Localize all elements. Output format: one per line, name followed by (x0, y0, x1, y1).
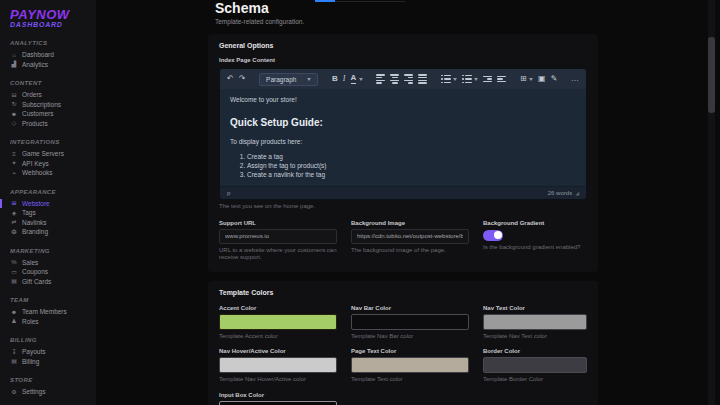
page-text-color-field: Page Text Color Template Text color (351, 348, 469, 384)
align-left-icon[interactable] (376, 74, 385, 83)
sidebar-section-appearance: APPEARANCE (10, 189, 96, 195)
text-color-button[interactable]: A (351, 74, 363, 84)
sidebar-section-analytics: ANALYTICS (10, 40, 96, 46)
sidebar-item-orders[interactable]: ⊟Orders (10, 90, 96, 100)
support-url-input[interactable] (219, 229, 337, 244)
sidebar-item-label: Subscriptions (22, 101, 61, 108)
main-content: Schema Template-related configuration. G… (96, 0, 720, 405)
rich-text-editor: ↶ ↷ Paragraph B I A (219, 68, 587, 200)
more-options-icon[interactable]: … (571, 75, 579, 83)
editor-content[interactable]: Welcome to your store! Quick Setup Guide… (220, 89, 586, 186)
editor-paragraph: Welcome to your store! (230, 96, 576, 103)
sidebar-item-webhooks[interactable]: ⌁Webhooks (10, 168, 96, 178)
redo-icon[interactable]: ↷ (239, 75, 246, 83)
app-window: PAYNOW DASHBOARD ANALYTICS ⌂Dashboard ▟A… (0, 0, 720, 405)
undo-icon[interactable]: ↶ (227, 75, 234, 83)
align-right-icon[interactable] (404, 74, 413, 83)
sidebar-item-team-members[interactable]: ☻Team Members (10, 307, 96, 317)
bullet-list-icon (441, 75, 451, 83)
nav-hover-color-swatch[interactable] (219, 357, 337, 373)
sidebar-item-label: Webhooks (22, 169, 53, 176)
editor-ordered-list: Create a tag Assign the tag to product(s… (230, 152, 576, 179)
chevron-down-icon (359, 78, 363, 81)
sidebar-item-settings[interactable]: ⚙Settings (10, 387, 96, 397)
align-justify-icon[interactable] (418, 74, 427, 83)
sidebar-item-analytics[interactable]: ▟Analytics (10, 60, 96, 70)
background-image-label: Background Image (351, 220, 469, 226)
resize-grip-icon[interactable]: ◢ (575, 190, 579, 196)
sidebar-item-billing[interactable]: ▤Billing (10, 357, 96, 367)
table-button[interactable]: ⊞ (520, 75, 533, 83)
sidebar-item-webstore[interactable]: ⊞Webstore (10, 199, 96, 209)
browser-icon: ⊞ (10, 200, 18, 206)
accent-color-swatch[interactable] (219, 314, 337, 330)
bold-icon[interactable]: B (332, 75, 338, 83)
background-gradient-toggle[interactable] (483, 230, 503, 241)
sidebar-item-label: Payouts (22, 348, 46, 355)
outdent-icon[interactable] (483, 76, 492, 82)
sidebar-item-dashboard[interactable]: ⌂Dashboard (10, 50, 96, 60)
sidebar-item-gift-cards[interactable]: ▤Gift Cards (10, 277, 96, 287)
key-icon: ✦ (10, 160, 18, 166)
page-text-color-label: Page Text Color (351, 348, 469, 354)
coupon-icon: ▭ (10, 269, 18, 275)
sidebar-item-tags[interactable]: ◈Tags (10, 208, 96, 218)
accent-color-field: Accent Color Template Accent color (219, 305, 337, 341)
italic-icon[interactable]: I (343, 75, 346, 83)
sidebar-item-subscriptions[interactable]: ↻Subscriptions (10, 100, 96, 110)
sidebar-item-products[interactable]: ◇Products (10, 119, 96, 129)
input-box-color-swatch[interactable] (219, 401, 337, 405)
sidebar-item-label: Orders (22, 91, 42, 98)
sidebar-item-api-keys[interactable]: ✦API Keys (10, 159, 96, 169)
media-icon[interactable]: ▣ (538, 75, 546, 83)
sidebar-item-navlinks[interactable]: ⇄Navlinks (10, 218, 96, 228)
border-color-swatch[interactable] (483, 357, 587, 373)
nav-hover-color-label: Nav Hover/Active Color (219, 348, 337, 354)
numbered-list-button[interactable] (462, 75, 478, 83)
sidebar-item-coupons[interactable]: ▭Coupons (10, 267, 96, 277)
sidebar-item-branding[interactable]: ❂Branding (10, 227, 96, 237)
editor-toolbar: ↶ ↷ Paragraph B I A (220, 69, 586, 89)
sidebar-item-game-servers[interactable]: ≡Game Servers (10, 149, 96, 159)
card-title: Template Colors (219, 289, 587, 296)
nav-text-color-swatch[interactable] (483, 314, 587, 330)
editor-heading: Quick Setup Guide: (230, 117, 576, 128)
background-image-input[interactable] (351, 229, 469, 244)
border-color-field: Border Color Template Border Color (483, 348, 587, 384)
numbered-list-icon (462, 75, 472, 83)
sidebar-item-label: Roles (22, 318, 39, 325)
background-gradient-label: Background Gradient (483, 220, 587, 226)
paragraph-style-select[interactable]: Paragraph (259, 73, 318, 86)
sidebar-item-label: Dashboard (22, 51, 54, 58)
background-gradient-desc: Is the background gradient enabled? (483, 244, 587, 252)
giftcard-icon: ▤ (10, 278, 18, 284)
nav-text-color-desc: Template Nav Text color (483, 333, 587, 341)
chevron-down-icon (307, 78, 311, 81)
page-text-color-desc: Template Text color (351, 376, 469, 384)
accent-color-desc: Template Accent color (219, 333, 337, 341)
billing-icon: ▤ (10, 358, 18, 364)
cart-icon: ⊟ (10, 92, 18, 98)
sidebar-item-customers[interactable]: ☻Customers (10, 109, 96, 119)
word-count: 26 words (548, 190, 572, 196)
edit-icon[interactable]: ✎ (551, 75, 558, 83)
sidebar-item-label: Settings (22, 388, 46, 395)
align-center-icon[interactable] (390, 74, 399, 83)
sidebar-section-store: STORE (10, 377, 96, 383)
analytics-icon: ▟ (10, 61, 18, 67)
indent-icon[interactable] (497, 76, 506, 82)
nav-bar-color-swatch[interactable] (351, 314, 469, 330)
refresh-icon: ↻ (10, 101, 18, 107)
list-item: Assign the tag to product(s) (247, 161, 576, 170)
webhook-icon: ⌁ (10, 170, 18, 176)
sidebar-section-marketing: MARKETING (10, 248, 96, 254)
background-image-field: Background Image The background image of… (351, 220, 469, 262)
scrollbar-thumb[interactable] (708, 37, 715, 113)
sidebar-item-roles[interactable]: ♟Roles (10, 317, 96, 327)
bullet-list-button[interactable] (441, 75, 457, 83)
sidebar-item-payouts[interactable]: ↧Payouts (10, 347, 96, 357)
page-text-color-swatch[interactable] (351, 357, 469, 373)
chevron-down-icon (453, 78, 457, 81)
sidebar-item-sales[interactable]: %Sales (10, 258, 96, 268)
input-box-color-label: Input Box Color (219, 392, 337, 398)
